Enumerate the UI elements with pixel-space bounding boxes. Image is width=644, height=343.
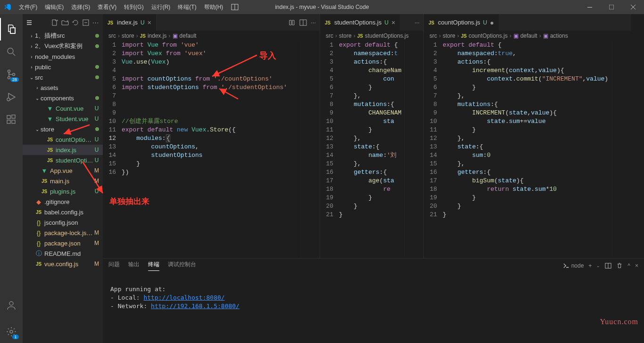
minimap[interactable] [301, 41, 320, 258]
tree-file[interactable]: JSindex.jsU [23, 145, 103, 155]
code-content[interactable]: export default { namespaced:t actions:{ … [339, 41, 405, 258]
breadcrumb-item[interactable]: src [326, 33, 333, 39]
menu-item[interactable]: 终端(T) [174, 3, 200, 11]
explorer-activity[interactable] [0, 18, 23, 41]
tree-folder[interactable]: ⌄components [23, 93, 103, 103]
minimize-button[interactable] [579, 0, 601, 14]
menu-item[interactable]: 转到(G) [120, 3, 147, 11]
minimap[interactable] [612, 41, 631, 258]
tree-file[interactable]: JSvue.config.jsM [23, 259, 103, 269]
breadcrumb-item[interactable]: src [108, 33, 116, 39]
terminal-body[interactable]: App running at: - Local: http://localhos… [103, 273, 644, 343]
minimap[interactable] [405, 41, 423, 258]
layout-button[interactable] [227, 3, 243, 11]
tree-file[interactable]: ▼Count.vueU [23, 103, 103, 114]
code-content[interactable]: import Vue from 'vue'import Vuex from 'v… [122, 41, 301, 258]
tree-folder[interactable]: ›node_modules [23, 51, 103, 62]
breadcrumb-item[interactable]: actions [550, 33, 568, 39]
breadcrumb-item[interactable]: store [443, 33, 455, 39]
terminal-tab[interactable]: 调试控制台 [168, 261, 196, 271]
code-editor[interactable]: 12345678910111213141516import Vue from '… [103, 41, 320, 258]
tree-folder[interactable]: ⌄src [23, 72, 103, 82]
tree-file[interactable]: {}jsconfig.json [23, 217, 103, 228]
close-button[interactable] [622, 0, 644, 14]
breadcrumb-item[interactable]: src [429, 33, 437, 39]
tree-file[interactable]: ◆.gitignore [23, 196, 103, 207]
more-icon[interactable]: ··· [311, 19, 316, 26]
code-editor[interactable]: 123456789101112131415161718192021export … [424, 41, 631, 258]
maximize-button[interactable] [601, 0, 622, 14]
terminal-tab[interactable]: 输出 [128, 261, 140, 271]
actions-icon[interactable] [26, 19, 34, 26]
breadcrumb-item[interactable]: default [180, 33, 197, 39]
terminal-tab[interactable]: 问题 [108, 261, 120, 271]
menu-item[interactable]: 文件(F) [15, 3, 41, 11]
extensions-activity[interactable] [0, 108, 23, 131]
breadcrumb-item[interactable]: store [339, 33, 352, 39]
breadcrumb-item[interactable]: default [520, 33, 537, 39]
modified-dot-icon [95, 34, 99, 38]
tree-file[interactable]: JSmain.jsM [23, 176, 103, 186]
terminal-tab[interactable]: 终端 [148, 261, 159, 271]
code-editor[interactable]: 123456789101112131415161718192021export … [320, 41, 423, 258]
tree-label: Student.vue [56, 115, 93, 122]
tree-file[interactable]: JSplugins.jsU [23, 186, 103, 196]
tree-file[interactable]: {}package.jsonM [23, 238, 103, 248]
tree-file[interactable]: ▼App.vueM [23, 165, 103, 176]
breadcrumb[interactable]: src›store›JS studentOptions.js [320, 31, 423, 41]
compare-icon[interactable] [288, 19, 296, 26]
menu-item[interactable]: 帮助(H) [200, 3, 227, 11]
collapse-icon[interactable] [82, 19, 90, 26]
refresh-icon[interactable] [72, 19, 79, 26]
tree-file[interactable]: ⓘREADME.md [23, 248, 103, 259]
breadcrumb-item[interactable]: studentOptions.js [365, 33, 409, 39]
tab-close-icon[interactable]: × [391, 19, 395, 26]
git-status: U [93, 147, 100, 153]
editor-tab[interactable]: JScountOptions.jsU● [424, 14, 499, 31]
new-file-icon[interactable]: + [51, 19, 58, 26]
terminal-shell-label[interactable]: node [563, 262, 584, 269]
settings-activity[interactable]: 1 [0, 320, 23, 343]
breadcrumb-item[interactable]: index.js [148, 33, 167, 39]
tree-folder[interactable]: ›assets [23, 82, 103, 93]
account-activity[interactable] [0, 294, 23, 317]
breadcrumb[interactable]: src›store›JS index.js›▣ default [103, 31, 320, 41]
terminal-close-icon[interactable]: × [635, 262, 638, 269]
more-icon[interactable]: ··· [92, 19, 99, 26]
file-tree: ›1、插槽src›2、Vuex求和案例›node_modules›public⌄… [23, 31, 103, 343]
tab-close-icon[interactable]: × [148, 19, 151, 26]
menu-item[interactable]: 编辑(E) [41, 3, 67, 11]
tree-file[interactable]: {}package-lock.jsonM [23, 228, 103, 238]
tree-folder[interactable]: ›1、插槽src [23, 31, 103, 41]
scm-activity[interactable]: 28 [0, 63, 23, 86]
tree-file[interactable]: JSstudentOptio...U [23, 155, 103, 165]
search-activity[interactable] [0, 41, 23, 63]
git-status: U [93, 136, 100, 143]
debug-activity[interactable] [0, 86, 23, 108]
menu-item[interactable]: 查看(V) [94, 3, 120, 11]
terminal-split-icon[interactable] [605, 262, 611, 269]
terminal-maximize-icon[interactable]: ^ [627, 262, 630, 269]
menu-item[interactable]: 运行(R) [148, 3, 174, 11]
terminal-new-icon[interactable]: + [588, 262, 592, 269]
breadcrumb-item[interactable]: store [122, 33, 134, 39]
tree-file[interactable]: ▼Student.vueU [23, 114, 103, 124]
tree-file[interactable]: JSbabel.config.js [23, 207, 103, 217]
breadcrumb[interactable]: src›store›JS countOptions.js›▣ default›▣… [424, 31, 631, 41]
tree-folder[interactable]: ⌄store [23, 124, 103, 134]
breadcrumb-item[interactable]: countOptions.js [469, 33, 508, 39]
tree-file[interactable]: JScountOptions.jsU [23, 134, 103, 145]
tree-folder[interactable]: ›public [23, 62, 103, 72]
code-content[interactable]: export default { namespaced:true, action… [443, 41, 612, 258]
tree-folder[interactable]: ›2、Vuex求和案例 [23, 41, 103, 51]
terminal-dropdown-icon[interactable]: ⌄ [596, 263, 600, 268]
tab-close-icon[interactable]: ● [490, 19, 494, 26]
menu-item[interactable]: 选择(S) [67, 3, 94, 11]
terminal-trash-icon[interactable] [616, 262, 623, 269]
tree-label: node_modules [35, 53, 100, 60]
more-icon[interactable]: ··· [414, 19, 420, 26]
editor-tab[interactable]: JSindex.jsU× [103, 14, 156, 31]
new-folder-icon[interactable]: + [61, 19, 69, 26]
split-icon[interactable] [299, 19, 307, 26]
editor-tab[interactable]: JSstudentOptions.jsU× [320, 14, 400, 31]
